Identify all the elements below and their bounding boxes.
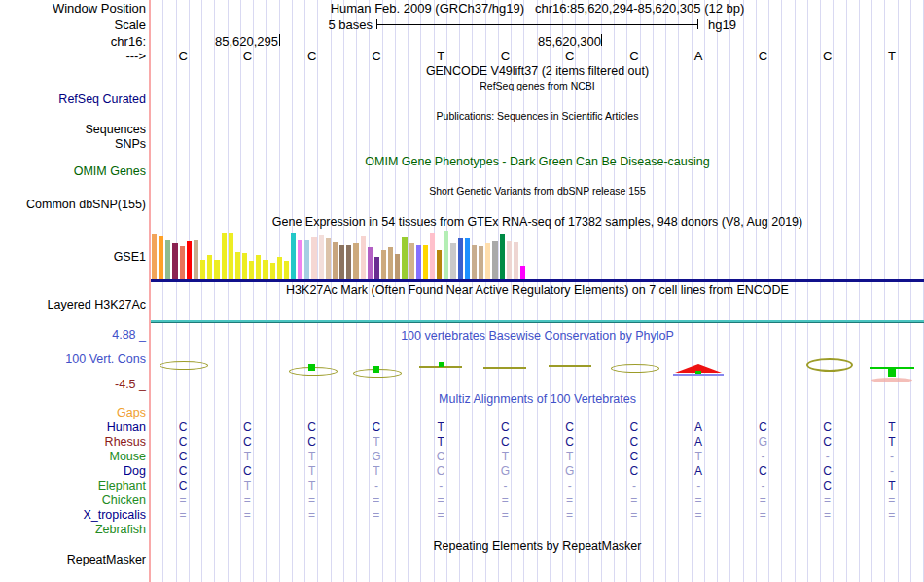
repeatmasker-label[interactable]: RepeatMasker bbox=[0, 553, 146, 566]
gtex-bar bbox=[311, 237, 316, 279]
gtex-bar bbox=[485, 243, 490, 279]
gtex-bar bbox=[235, 252, 240, 279]
species-label-chicken[interactable]: Chicken bbox=[0, 493, 146, 507]
gtex-bar bbox=[450, 243, 455, 279]
gtex-bar-chart[interactable] bbox=[151, 231, 924, 279]
sequence-base: T bbox=[860, 49, 924, 63]
alignment-row-chicken: ============ bbox=[151, 493, 924, 508]
gtex-bar bbox=[353, 243, 358, 279]
alignment-base: C bbox=[151, 450, 215, 463]
coord-left: 85,620,295 bbox=[132, 34, 278, 49]
gtex-bar bbox=[444, 231, 448, 279]
phylop-square bbox=[888, 367, 896, 377]
alignment-base: T bbox=[860, 420, 924, 434]
chrom-label: chr16: bbox=[0, 34, 146, 49]
window-position-label: Window Position bbox=[0, 1, 146, 16]
alignment-base: C bbox=[538, 435, 602, 449]
alignment-base: = bbox=[860, 493, 924, 507]
alignment-base: = bbox=[409, 493, 473, 507]
alignment-base: - bbox=[666, 479, 730, 492]
phylop-peak-underline bbox=[673, 374, 724, 376]
species-label-zebrafish[interactable]: Zebrafish bbox=[0, 523, 146, 536]
omim-genes-label[interactable]: OMIM Genes bbox=[0, 164, 146, 178]
gtex-bar bbox=[472, 245, 477, 279]
alignment-base: - bbox=[538, 479, 602, 492]
alignment-base: G bbox=[344, 450, 409, 463]
gtex-bar bbox=[222, 233, 227, 279]
alignment-base: T bbox=[409, 435, 473, 449]
alignment-base: C bbox=[151, 464, 215, 478]
scale-bar bbox=[376, 24, 698, 25]
strand-arrow: ---> bbox=[0, 49, 146, 63]
assembly-tag: hg19 bbox=[708, 18, 736, 32]
alignment-base: = bbox=[796, 493, 860, 507]
common-dbsnp-label[interactable]: Common dbSNP(155) bbox=[0, 198, 146, 211]
gtex-bar bbox=[172, 243, 177, 279]
gtex-bar bbox=[263, 260, 267, 279]
gtex-track-label[interactable]: GSE1 bbox=[0, 250, 146, 264]
gtex-bar bbox=[402, 237, 407, 279]
alignment-base: T bbox=[860, 435, 924, 449]
genome-browser-image: Window Position Human Feb. 2009 (GRCh37/… bbox=[0, 0, 924, 582]
alignment-base: = bbox=[666, 508, 730, 522]
alignment-base: T bbox=[409, 420, 473, 434]
multiz-track-title: Multiz Alignments of 100 Vertebrates bbox=[151, 392, 924, 406]
alignment-base: C bbox=[796, 435, 860, 449]
alignment-base: = bbox=[538, 493, 602, 507]
alignment-base: - bbox=[796, 450, 860, 463]
alignment-base: = bbox=[730, 508, 795, 522]
species-label-mouse[interactable]: Mouse bbox=[0, 450, 146, 463]
alignment-base: C bbox=[280, 435, 344, 449]
alignment-base: C bbox=[215, 464, 279, 478]
alignment-base: = bbox=[473, 508, 537, 522]
gtex-bar bbox=[339, 245, 344, 279]
alignment-base: - bbox=[730, 450, 795, 463]
omim-track-title: OMIM Gene Phenotypes - Dark Green Can Be… bbox=[151, 155, 924, 168]
phylop-square bbox=[439, 362, 444, 367]
cons-scale-max: 4.88 _ bbox=[0, 328, 146, 342]
phylop-ring bbox=[806, 358, 853, 372]
gaps-label[interactable]: Gaps bbox=[0, 406, 146, 419]
alignment-base: T bbox=[538, 450, 602, 463]
alignment-row-dog: CCTTCGGCACC- bbox=[151, 464, 924, 479]
gencode-track-title: GENCODE V49lift37 (2 items filtered out) bbox=[151, 64, 924, 78]
species-label-rhesus[interactable]: Rhesus bbox=[0, 435, 146, 449]
gtex-bar bbox=[152, 234, 157, 279]
gtex-bar bbox=[514, 242, 518, 279]
layered-h3k27ac-label[interactable]: Layered H3K27Ac bbox=[0, 298, 146, 311]
alignment-base: C bbox=[344, 420, 409, 434]
alignment-base: - bbox=[860, 450, 924, 463]
species-label-elephant[interactable]: Elephant bbox=[0, 479, 146, 492]
alignment-base: C bbox=[151, 420, 215, 434]
scale-bar-right-tick bbox=[697, 19, 698, 29]
gtex-bar bbox=[207, 255, 212, 279]
h3k27ac-signal-line bbox=[151, 320, 924, 323]
sequence-base: C bbox=[796, 49, 860, 63]
alignment-base: C bbox=[602, 464, 666, 478]
alignment-base: C bbox=[473, 420, 537, 434]
alignment-base: = bbox=[796, 508, 860, 522]
species-label-dog[interactable]: Dog bbox=[0, 464, 146, 478]
alignment-base: A bbox=[666, 435, 730, 449]
refseq-curated-label[interactable]: RefSeq Curated bbox=[0, 92, 146, 106]
sequence-base: A bbox=[666, 49, 730, 63]
dbsnp-track-title: Short Genetic Variants from dbSNP releas… bbox=[151, 185, 924, 197]
species-label-x_tropicalis[interactable]: X_tropicalis bbox=[0, 508, 146, 522]
phylop-line bbox=[483, 367, 526, 369]
alignment-base: - bbox=[602, 479, 666, 492]
sequence-base: C bbox=[151, 49, 215, 63]
gtex-bar bbox=[409, 243, 414, 279]
phylop-line bbox=[549, 365, 591, 367]
sequences-label[interactable]: Sequences bbox=[0, 123, 146, 136]
cons-track-label[interactable]: 100 Vert. Cons bbox=[0, 352, 146, 366]
gtex-bar bbox=[284, 261, 289, 279]
alignment-base: = bbox=[602, 508, 666, 522]
alignment-base: = bbox=[151, 508, 215, 522]
snps-label[interactable]: SNPs bbox=[0, 137, 146, 151]
coord-left-tick bbox=[279, 34, 280, 46]
alignment-base: = bbox=[473, 493, 537, 507]
species-label-human[interactable]: Human bbox=[0, 420, 146, 434]
gtex-bar bbox=[291, 233, 296, 279]
alignment-base: C bbox=[280, 420, 344, 434]
gtex-bar bbox=[465, 238, 470, 279]
